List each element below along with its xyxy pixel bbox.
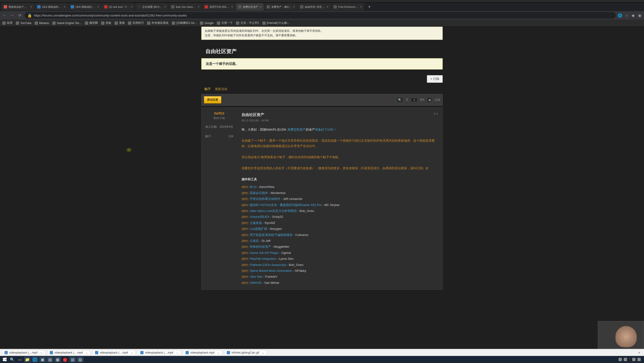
page-input[interactable] [411, 98, 418, 102]
bookmark-label: 主页：不公开2 [240, 21, 259, 25]
close-icon[interactable]: × [164, 5, 166, 8]
plugin-link[interactable]: 手势识别和看法动组件 [250, 197, 280, 200]
bookmark-label: 实用技巧 [132, 21, 144, 25]
bookmark-item[interactable]: 百度一下 [217, 21, 233, 25]
browser-tab[interactable]: (2) ue4 soul - YouTube× [102, 3, 135, 10]
tab-favicon [71, 5, 74, 8]
close-icon[interactable]: × [131, 5, 132, 8]
reload-button[interactable]: ⟳ [17, 12, 23, 18]
plugin-link[interactable]: Uber Mat [250, 275, 262, 278]
plugin-link[interactable]: 用于粒度星系的粒子编辑器模块 [250, 233, 292, 237]
bookmark-item[interactable]: Mixamo [35, 22, 49, 25]
plugin-link[interactable]: Game Jolt API Plugin [250, 251, 279, 254]
plugin-link[interactable]: PlayFab Integration [250, 257, 276, 260]
bookmark-item[interactable]: [manual] 什么都... [262, 21, 289, 25]
browser-tab[interactable]: 黑鱼肉汤的个人空间 - B× [2, 3, 34, 10]
link-udk[interactable]: 准备好了UDK！ [315, 128, 336, 131]
bookmark-item[interactable]: [功骑楼911 tur... [172, 21, 196, 25]
plugin-link[interactable]: Lua蓝图扩展 [250, 227, 267, 230]
link-free-assets[interactable]: 免费定制资产 [287, 128, 306, 131]
post-number[interactable]: # 1 [434, 112, 438, 118]
bookmark-item[interactable]: 主页：不公开2 [236, 21, 259, 25]
browser-tab[interactable]: UE4-湖南成的个人空间× [68, 3, 101, 10]
bookmark-item[interactable]: 音效 [101, 21, 111, 25]
bookmark-item[interactable]: 外包项目系统 [147, 21, 168, 25]
url-input[interactable] [34, 14, 613, 17]
close-icon[interactable]: × [231, 5, 233, 8]
bracket-prefix: [插件] [242, 258, 248, 260]
tab-latest[interactable]: 最新活动 [215, 86, 227, 92]
prev-page-icon[interactable]: ◀ [427, 97, 432, 103]
bookmark-item[interactable]: 应用 [2, 21, 12, 25]
close-icon[interactable]: × [293, 5, 295, 8]
para-2: 在创建了一个帖子，要求一个地方共享所有社区的东西后，我决定创建一个线程作为我们正… [242, 138, 438, 149]
extension-icon[interactable]: ◆ [631, 13, 636, 18]
bookmark-item[interactable]: 模型网 [85, 21, 98, 25]
plugin-link[interactable]: 尘埃层 [250, 239, 259, 242]
browser-tab[interactable]: 正在观看 [00:01:03]× [135, 3, 168, 10]
browser-tab[interactable]: Epic Zen Garden for × [169, 3, 202, 10]
tab-title: 免费资产 - 虚幻引擎论 [271, 5, 292, 9]
plugin-link[interactable]: Arduino到UE4 [250, 215, 269, 218]
bracket-prefix: [插件] [242, 186, 248, 188]
post-username[interactable]: Neff10 [204, 112, 234, 115]
close-icon[interactable]: × [260, 5, 262, 8]
bookmark-item[interactable]: Game Engine Tec... [52, 22, 82, 25]
search-icon[interactable]: 🔍 [396, 97, 403, 103]
bookmark-label: [manual] 什么都... [267, 21, 289, 25]
subscribe-button[interactable]: + 订阅 [427, 75, 443, 83]
bookmark-favicon [85, 22, 88, 25]
plugin-link[interactable]: BLUI [250, 185, 256, 188]
plugin-link[interactable]: 模拟杆/ HOTAS支持 - 覆盖跟踪功能和Saitek X52 Pro [250, 203, 322, 207]
plugin-link[interactable]: 高级会话插件 [250, 191, 268, 195]
back-button[interactable]: ← [2, 12, 8, 18]
browser-tab[interactable]: 适用于iOS 的Epic Zen G× [202, 3, 235, 10]
post-user-panel: Neff10 制作小组 加入日期:2015年6月 帖子:124 [202, 108, 237, 290]
bookmark-item[interactable]: YouTube [16, 22, 31, 25]
bookmark-item[interactable]: 资源 [114, 21, 125, 25]
browser-tab[interactable]: Free Environment: MUSH× [331, 3, 364, 10]
filter-label[interactable]: 过滤 [434, 98, 440, 102]
list-item: [插件]Uber Mat - FrankieV [242, 274, 438, 280]
bookmark-favicon [16, 22, 19, 25]
browser-tab[interactable]: 自由环境: 旧宅 - 虚幻引× [298, 3, 331, 10]
page-title: 自由社区资产 [201, 44, 443, 58]
close-icon[interactable]: × [97, 5, 99, 8]
scroll-reply-button[interactable]: 滚动回复 [204, 96, 221, 104]
forward-button[interactable]: → [10, 12, 15, 18]
tab-posts[interactable]: 帖子 [204, 86, 211, 92]
bookmark-label: 应用 [7, 21, 12, 25]
bracket-prefix: [插件] [242, 275, 248, 278]
thread-toolbar: 滚动回复 🔍 页 的8 ◀ 过滤 [201, 94, 443, 106]
address-bar[interactable]: 🔒 [24, 12, 616, 18]
star-icon[interactable]: ☆ [624, 13, 629, 18]
plugin-link[interactable]: Flathead (UE4+Javascript) [250, 263, 286, 266]
intro-text-b: 的速产 [306, 128, 315, 131]
browser-tab[interactable]: 免费资产 - 虚幻引擎论× [264, 3, 297, 10]
plugin-link[interactable]: 简单的内容资产 [250, 245, 271, 248]
tab-title: (2) ue4 soul - YouTube [109, 6, 130, 8]
plugin-link[interactable]: HeliHUD [250, 281, 262, 284]
tab-title: 免费社区资产 [243, 5, 258, 9]
plugin-link[interactable]: Spline Based Mesh Generation [250, 269, 292, 272]
close-icon[interactable]: × [360, 5, 362, 8]
bookmark-favicon [101, 22, 104, 25]
close-icon[interactable]: × [30, 5, 32, 8]
bookmark-label: 音效 [106, 21, 111, 25]
plugin-link[interactable]: 主服务器 [250, 221, 262, 225]
bookmark-item[interactable]: 实用技巧 [128, 21, 144, 25]
bookmark-label: 资源 [119, 21, 125, 25]
close-icon[interactable]: × [327, 5, 328, 8]
plugin-author: - RyroNZ [262, 221, 275, 225]
browser-tab[interactable]: UE4-湖南成的个人空间 × [35, 3, 68, 10]
close-icon[interactable]: × [64, 5, 66, 8]
plugin-link[interactable]: Atlas Alpha Lock自定义分析和跟踪 [250, 209, 297, 212]
post-title: 自由社区资产 [242, 112, 264, 118]
bookmark-item[interactable]: Google [200, 22, 214, 25]
plugin-author: - Cultrarius [292, 233, 308, 237]
new-tab-button[interactable]: + [366, 4, 373, 10]
close-icon[interactable]: × [198, 5, 200, 8]
profile-icon[interactable]: ◉ [638, 13, 642, 18]
browser-tab[interactable]: 免费社区资产× [236, 3, 264, 10]
translate-icon[interactable]: 🌐 [618, 13, 622, 18]
